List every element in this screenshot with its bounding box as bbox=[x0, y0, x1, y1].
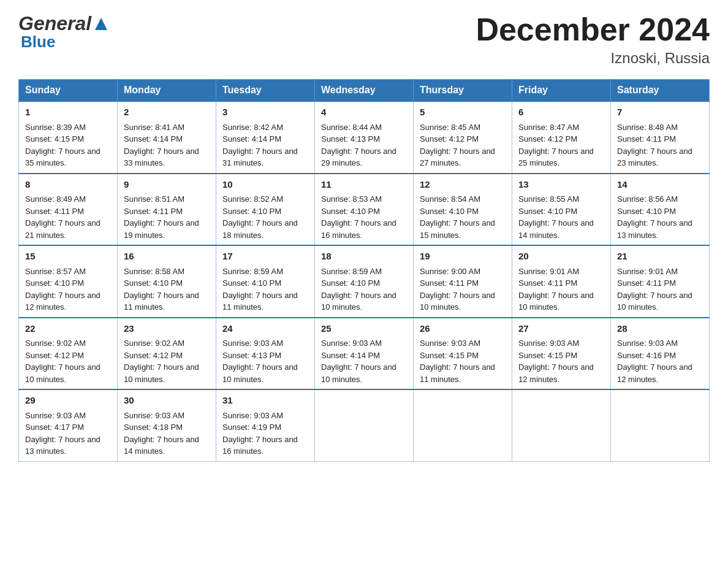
day-sunset: Sunset: 4:14 PM bbox=[222, 134, 281, 144]
day-sunset: Sunset: 4:13 PM bbox=[222, 351, 281, 360]
day-sunrise: Sunrise: 9:00 AM bbox=[420, 267, 480, 276]
day-sunset: Sunset: 4:10 PM bbox=[518, 207, 577, 216]
day-number: 9 bbox=[124, 178, 210, 192]
day-sunset: Sunset: 4:10 PM bbox=[617, 207, 676, 216]
calendar-day-cell: 7 Sunrise: 8:48 AM Sunset: 4:11 PM Dayli… bbox=[611, 101, 710, 174]
day-daylight: Daylight: 7 hours and 12 minutes. bbox=[25, 291, 100, 312]
day-sunrise: Sunrise: 8:58 AM bbox=[124, 267, 184, 276]
calendar-week-row: 1 Sunrise: 8:39 AM Sunset: 4:15 PM Dayli… bbox=[19, 101, 710, 174]
day-sunrise: Sunrise: 8:41 AM bbox=[124, 123, 184, 132]
calendar-day-cell bbox=[512, 389, 611, 461]
calendar-day-cell bbox=[611, 389, 710, 461]
calendar-day-cell: 8 Sunrise: 8:49 AM Sunset: 4:11 PM Dayli… bbox=[19, 174, 118, 246]
header-saturday: Saturday bbox=[611, 80, 710, 102]
calendar-day-cell: 29 Sunrise: 9:03 AM Sunset: 4:17 PM Dayl… bbox=[19, 389, 118, 461]
day-daylight: Daylight: 7 hours and 25 minutes. bbox=[518, 147, 594, 168]
day-daylight: Daylight: 7 hours and 21 minutes. bbox=[25, 218, 100, 240]
calendar-header: Sunday Monday Tuesday Wednesday Thursday… bbox=[19, 80, 710, 102]
calendar-day-cell: 19 Sunrise: 9:00 AM Sunset: 4:11 PM Dayl… bbox=[414, 245, 512, 318]
calendar-day-cell: 31 Sunrise: 9:03 AM Sunset: 4:19 PM Dayl… bbox=[216, 389, 315, 461]
day-daylight: Daylight: 7 hours and 31 minutes. bbox=[222, 147, 298, 168]
day-sunrise: Sunrise: 8:51 AM bbox=[124, 194, 184, 204]
calendar-week-row: 22 Sunrise: 9:02 AM Sunset: 4:12 PM Dayl… bbox=[19, 318, 710, 390]
day-sunset: Sunset: 4:13 PM bbox=[321, 134, 380, 144]
calendar-day-cell: 3 Sunrise: 8:42 AM Sunset: 4:14 PM Dayli… bbox=[216, 101, 315, 174]
day-sunset: Sunset: 4:14 PM bbox=[124, 134, 183, 144]
calendar-body: 1 Sunrise: 8:39 AM Sunset: 4:15 PM Dayli… bbox=[19, 101, 710, 461]
weekday-header-row: Sunday Monday Tuesday Wednesday Thursday… bbox=[19, 80, 710, 102]
day-sunrise: Sunrise: 9:03 AM bbox=[124, 411, 184, 420]
day-sunset: Sunset: 4:19 PM bbox=[222, 423, 281, 432]
day-sunrise: Sunrise: 9:01 AM bbox=[518, 267, 579, 276]
day-sunset: Sunset: 4:15 PM bbox=[25, 134, 84, 144]
day-number: 15 bbox=[25, 250, 111, 264]
day-daylight: Daylight: 7 hours and 11 minutes. bbox=[222, 291, 298, 312]
day-sunrise: Sunrise: 8:57 AM bbox=[25, 267, 86, 276]
day-sunrise: Sunrise: 9:01 AM bbox=[617, 267, 678, 276]
day-sunrise: Sunrise: 8:49 AM bbox=[25, 194, 86, 204]
day-number: 10 bbox=[222, 178, 308, 192]
day-daylight: Daylight: 7 hours and 16 minutes. bbox=[222, 435, 298, 456]
day-sunset: Sunset: 4:11 PM bbox=[617, 278, 676, 288]
header-thursday: Thursday bbox=[414, 80, 512, 102]
logo-blue-text: Blue bbox=[21, 33, 55, 52]
day-daylight: Daylight: 7 hours and 14 minutes. bbox=[124, 435, 199, 456]
day-daylight: Daylight: 7 hours and 11 minutes. bbox=[124, 291, 199, 312]
day-number: 13 bbox=[518, 178, 604, 192]
day-number: 25 bbox=[321, 322, 407, 336]
day-daylight: Daylight: 7 hours and 35 minutes. bbox=[25, 147, 100, 168]
day-sunset: Sunset: 4:12 PM bbox=[518, 134, 577, 144]
day-sunset: Sunset: 4:12 PM bbox=[420, 134, 479, 144]
day-sunrise: Sunrise: 8:54 AM bbox=[420, 194, 480, 204]
day-daylight: Daylight: 7 hours and 10 minutes. bbox=[124, 362, 199, 384]
day-sunrise: Sunrise: 9:02 AM bbox=[25, 339, 86, 348]
day-number: 5 bbox=[420, 105, 506, 120]
day-sunset: Sunset: 4:10 PM bbox=[124, 278, 183, 288]
calendar-day-cell: 24 Sunrise: 9:03 AM Sunset: 4:13 PM Dayl… bbox=[216, 318, 315, 390]
day-sunset: Sunset: 4:11 PM bbox=[420, 278, 479, 288]
calendar-day-cell: 2 Sunrise: 8:41 AM Sunset: 4:14 PM Dayli… bbox=[118, 101, 216, 174]
calendar-day-cell: 23 Sunrise: 9:02 AM Sunset: 4:12 PM Dayl… bbox=[118, 318, 216, 390]
logo: General Blue bbox=[18, 12, 110, 52]
page-header: General Blue December 2024 Iznoski, Russ… bbox=[18, 12, 710, 67]
calendar-day-cell: 4 Sunrise: 8:44 AM Sunset: 4:13 PM Dayli… bbox=[315, 101, 414, 174]
day-daylight: Daylight: 7 hours and 11 minutes. bbox=[420, 362, 495, 384]
logo-icon: General bbox=[18, 12, 110, 35]
day-sunset: Sunset: 4:10 PM bbox=[222, 207, 281, 216]
day-daylight: Daylight: 7 hours and 15 minutes. bbox=[420, 218, 495, 240]
day-sunset: Sunset: 4:12 PM bbox=[25, 351, 84, 360]
day-sunrise: Sunrise: 8:52 AM bbox=[222, 194, 283, 204]
day-sunrise: Sunrise: 9:03 AM bbox=[25, 411, 86, 420]
day-daylight: Daylight: 7 hours and 16 minutes. bbox=[321, 218, 396, 240]
day-number: 19 bbox=[420, 250, 506, 264]
header-wednesday: Wednesday bbox=[315, 80, 414, 102]
day-sunset: Sunset: 4:10 PM bbox=[222, 278, 281, 288]
day-sunrise: Sunrise: 8:44 AM bbox=[321, 123, 382, 132]
day-number: 7 bbox=[617, 105, 703, 120]
calendar-day-cell: 9 Sunrise: 8:51 AM Sunset: 4:11 PM Dayli… bbox=[118, 174, 216, 246]
day-number: 16 bbox=[124, 250, 210, 264]
day-number: 3 bbox=[222, 105, 308, 120]
calendar-day-cell: 13 Sunrise: 8:55 AM Sunset: 4:10 PM Dayl… bbox=[512, 174, 611, 246]
day-sunset: Sunset: 4:17 PM bbox=[25, 423, 84, 432]
calendar-subtitle: Iznoski, Russia bbox=[476, 50, 710, 67]
day-sunset: Sunset: 4:11 PM bbox=[518, 278, 577, 288]
calendar-day-cell: 6 Sunrise: 8:47 AM Sunset: 4:12 PM Dayli… bbox=[512, 101, 611, 174]
day-daylight: Daylight: 7 hours and 33 minutes. bbox=[124, 147, 199, 168]
day-number: 11 bbox=[321, 178, 407, 192]
title-block: December 2024 Iznoski, Russia bbox=[476, 12, 710, 67]
day-sunrise: Sunrise: 9:03 AM bbox=[222, 411, 283, 420]
day-number: 18 bbox=[321, 250, 407, 264]
calendar-day-cell: 21 Sunrise: 9:01 AM Sunset: 4:11 PM Dayl… bbox=[611, 245, 710, 318]
day-daylight: Daylight: 7 hours and 27 minutes. bbox=[420, 147, 495, 168]
calendar-day-cell: 28 Sunrise: 9:03 AM Sunset: 4:16 PM Dayl… bbox=[611, 318, 710, 390]
day-number: 29 bbox=[25, 394, 111, 408]
day-sunrise: Sunrise: 8:56 AM bbox=[617, 194, 678, 204]
calendar-day-cell: 30 Sunrise: 9:03 AM Sunset: 4:18 PM Dayl… bbox=[118, 389, 216, 461]
day-sunrise: Sunrise: 8:53 AM bbox=[321, 194, 382, 204]
calendar-day-cell: 17 Sunrise: 8:59 AM Sunset: 4:10 PM Dayl… bbox=[216, 245, 315, 318]
calendar-week-row: 29 Sunrise: 9:03 AM Sunset: 4:17 PM Dayl… bbox=[19, 389, 710, 461]
calendar-day-cell: 22 Sunrise: 9:02 AM Sunset: 4:12 PM Dayl… bbox=[19, 318, 118, 390]
day-number: 30 bbox=[124, 394, 210, 408]
day-daylight: Daylight: 7 hours and 29 minutes. bbox=[321, 147, 396, 168]
